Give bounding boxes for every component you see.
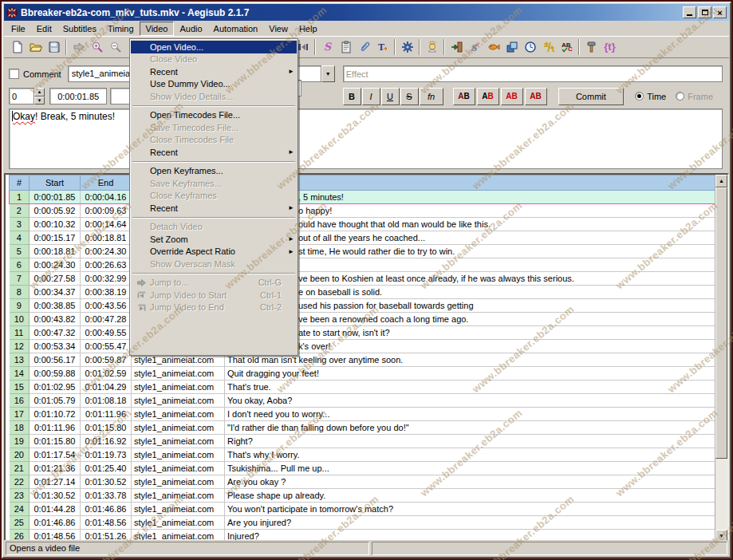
style-cell[interactable]: style1_animeiat.com — [132, 381, 225, 394]
color-1-button[interactable]: AB — [453, 88, 475, 105]
menubar-item-timing[interactable]: Timing — [102, 22, 140, 35]
menu-item-open-timecodes-file[interactable]: Open Timecodes File... — [131, 109, 297, 122]
end-time-cell[interactable]: 0:01:33.78 — [81, 489, 132, 503]
menubar-item-video[interactable]: Video — [140, 22, 175, 36]
text-cell[interactable]: Are you okay ? — [225, 475, 721, 489]
row-number-cell[interactable]: 1 — [10, 191, 30, 204]
style-cell[interactable]: style1_animeiat.com — [132, 489, 225, 503]
end-time-cell[interactable]: 0:00:59.87 — [81, 353, 132, 367]
text-cell[interactable]: o happy! — [225, 204, 721, 218]
start-time-cell[interactable]: 0:01:02.95 — [30, 381, 81, 394]
minimize-button[interactable] — [683, 6, 696, 18]
menu-item-recent[interactable]: Recent► — [131, 146, 297, 159]
subtitle-row[interactable]: 140:00:59.880:01:02.59style1_animeiat.co… — [10, 367, 721, 381]
row-number-cell[interactable]: 25 — [10, 516, 30, 530]
end-time-cell[interactable]: 0:00:04.16 — [81, 191, 132, 204]
start-time-cell[interactable]: 0:00:05.92 — [30, 204, 81, 218]
properties-clipboard-button[interactable] — [337, 38, 355, 57]
row-number-cell[interactable]: 12 — [10, 340, 30, 353]
underline-button[interactable]: U — [381, 88, 400, 105]
open-folder-button[interactable] — [26, 38, 45, 57]
start-time-cell[interactable]: 0:01:15.80 — [30, 435, 81, 448]
end-time-cell[interactable]: 0:01:11.96 — [81, 408, 132, 421]
menu-item-open-keyframes[interactable]: Open Keyframes... — [131, 165, 297, 178]
text-cell[interactable]: ate to start now, isn't it? — [225, 326, 721, 340]
row-number-cell[interactable]: 4 — [10, 231, 30, 245]
style-cell[interactable]: style1_animeiat.com — [132, 503, 225, 516]
row-number-cell[interactable]: 19 — [10, 435, 30, 448]
charset-angel-button[interactable] — [423, 38, 441, 57]
end-time-cell[interactable]: 0:01:48.56 — [81, 516, 132, 530]
start-time-cell[interactable]: 0:00:10.32 — [30, 218, 81, 231]
text-cell[interactable]: You won't participate in tomorrow's matc… — [225, 503, 721, 516]
text-cell[interactable]: I don't need you to worry... — [225, 408, 721, 421]
row-number-cell[interactable]: 15 — [10, 381, 30, 394]
subtitle-row[interactable]: 90:00:38.850:00:43.56used his passion fo… — [10, 299, 721, 313]
text-cell[interactable]: ve been a renowned coach a long time ago… — [225, 313, 721, 326]
row-number-cell[interactable]: 14 — [10, 367, 30, 381]
end-time-cell[interactable]: 0:00:32.99 — [81, 272, 132, 286]
end-time-cell[interactable]: 0:01:25.40 — [81, 462, 132, 475]
start-time-cell[interactable]: 0:00:38.85 — [30, 299, 81, 313]
attachments-paperclip-button[interactable] — [355, 38, 373, 57]
text-cell[interactable] — [225, 258, 721, 272]
subtitle-row[interactable]: 180:01:11.960:01:15.80style1_animeiat.co… — [10, 421, 721, 435]
menu-item-jump-video-to-start[interactable]: Jump Video to StartCtrl-1 — [131, 289, 297, 302]
menu-item-detach-video[interactable]: Detach Video — [131, 221, 297, 234]
fn-button[interactable]: fn — [420, 88, 443, 105]
time-radio[interactable] — [635, 92, 644, 101]
text-cell[interactable]: out of all the years he coached... — [225, 231, 721, 245]
style-cell[interactable]: style1_animeiat.com — [132, 408, 225, 421]
spin-up-icon[interactable]: ▲ — [34, 88, 45, 97]
end-time-cell[interactable]: 0:00:55.47 — [81, 340, 132, 353]
menu-item-jump-to[interactable]: Jump to...Ctrl-G — [131, 277, 297, 290]
menu-item-jump-video-to-end[interactable]: Jump Video to EndCtrl-2 — [131, 302, 297, 314]
subtitle-row[interactable]: 80:00:34.370:00:38.19e on baseball is so… — [10, 286, 721, 299]
text-cell[interactable]: , 5 minutes! — [225, 191, 721, 204]
start-time-cell[interactable]: 0:01:11.96 — [30, 421, 81, 435]
subtitle-row[interactable]: 130:00:56.170:00:59.87style1_animeiat.co… — [10, 353, 721, 367]
subtitle-row[interactable]: 240:01:44.280:01:46.86style1_animeiat.co… — [10, 503, 721, 516]
text-cell[interactable]: used his passion for baseball towards ge… — [225, 299, 721, 313]
color-4-button[interactable]: AB — [525, 88, 547, 105]
resample-squares-button[interactable] — [502, 38, 521, 57]
end-time-cell[interactable]: 0:01:08.18 — [81, 394, 132, 408]
end-time-cell[interactable]: 0:00:26.63 — [81, 258, 132, 272]
comment-checkbox[interactable] — [9, 69, 19, 79]
text-cell[interactable]: Quit dragging your feet! — [225, 367, 721, 381]
text-cell[interactable]: k's over! — [225, 340, 721, 353]
automation-gear-button[interactable] — [398, 38, 416, 57]
vertical-scrollbar[interactable]: ▲ ▼ — [715, 175, 727, 542]
row-number-cell[interactable]: 13 — [10, 353, 30, 367]
subtitle-row[interactable]: 100:00:43.820:00:47.28ve been a renowned… — [10, 313, 721, 326]
text-cell[interactable]: Right? — [225, 435, 721, 448]
subtitle-text-editor[interactable]: Okay! Break, 5 minutes! — [9, 108, 723, 169]
menubar-item-audio[interactable]: Audio — [174, 22, 207, 35]
end-time-cell[interactable]: 0:01:19.73 — [81, 448, 132, 462]
subtitle-row[interactable]: 110:00:47.320:00:49.55ate to start now, … — [10, 326, 721, 340]
end-time-cell[interactable]: 0:01:30.52 — [81, 475, 132, 489]
end-time-cell[interactable]: 0:00:24.30 — [81, 245, 132, 258]
end-time-cell[interactable]: 0:01:02.59 — [81, 367, 132, 381]
scrollbar-thumb[interactable] — [715, 187, 727, 459]
start-time-cell[interactable]: 0:00:24.30 — [30, 258, 81, 272]
start-time-cell[interactable]: 0:01:10.72 — [30, 408, 81, 421]
row-number-cell[interactable]: 2 — [10, 204, 30, 218]
start-time-cell[interactable]: 0:01:27.14 — [30, 475, 81, 489]
start-time-cell[interactable]: 0:00:47.32 — [30, 326, 81, 340]
end-time-cell[interactable]: 0:01:16.92 — [81, 435, 132, 448]
menu-item-close-timecodes-file[interactable]: Close Timecodes File — [131, 134, 297, 147]
timing-clock-button[interactable] — [521, 38, 539, 57]
menu-item-recent[interactable]: Recent► — [131, 65, 297, 78]
start-time-cell[interactable]: 0:01:21.36 — [30, 462, 81, 475]
end-time-cell[interactable]: 0:01:15.80 — [81, 421, 132, 435]
row-number-cell[interactable]: 7 — [10, 272, 30, 286]
subtitle-row[interactable]: 160:01:05.790:01:08.18style1_animeiat.co… — [10, 394, 721, 408]
row-number-cell[interactable]: 21 — [10, 462, 30, 475]
end-time-cell[interactable]: 0:00:43.56 — [81, 299, 132, 313]
subtitle-row[interactable]: 30:00:10.320:00:14.64ould have thought t… — [10, 218, 721, 231]
text-cell[interactable]: That's true. — [225, 381, 721, 394]
start-time-cell[interactable]: 0:00:34.37 — [30, 286, 81, 299]
spell-checker-ab-button[interactable]: ABC — [558, 38, 576, 57]
subtitle-row[interactable]: 40:00:15.170:00:18.81out of all the year… — [10, 231, 721, 245]
